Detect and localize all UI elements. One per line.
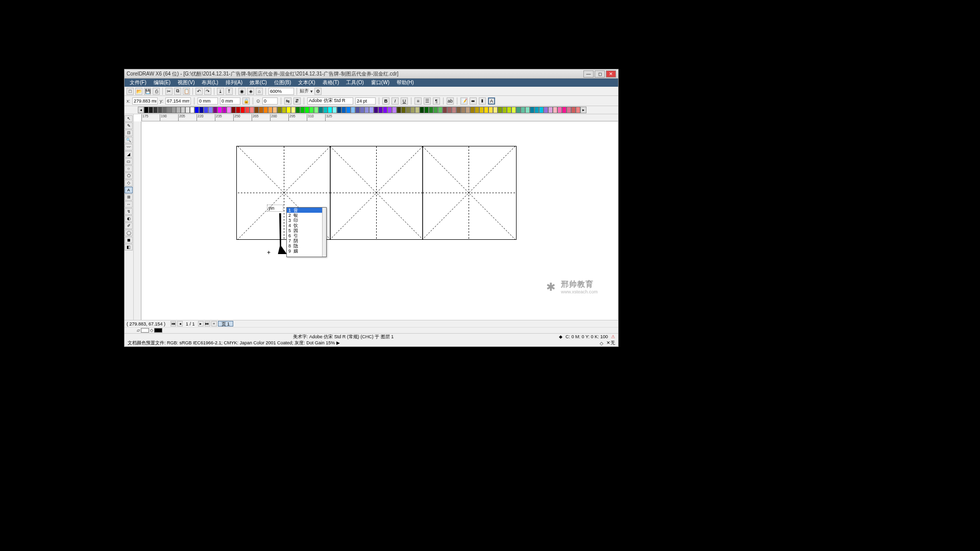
palette-scroll-left[interactable]: ◂ [138,107,144,113]
color-swatch[interactable] [222,107,227,113]
color-swatch[interactable] [383,107,387,113]
shape-tool[interactable]: ✎ [125,122,133,129]
color-swatch[interactable] [153,107,158,113]
ime-candidate[interactable]: 8隐 [287,243,326,248]
color-swatch[interactable] [240,107,245,113]
drawing-canvas[interactable]: yin 1音2银3印4饮5因6引7阴8隐9姻 + [141,121,612,313]
ime-candidate[interactable]: 3印 [287,218,326,223]
lock-ratio-icon[interactable]: 🔒 [242,97,250,105]
ime-candidate[interactable]: 6引 [287,233,326,238]
ime-candidate[interactable]: 5因 [287,228,326,233]
color-swatch[interactable] [351,107,355,113]
new-button[interactable]: □ [127,88,134,95]
color-swatch[interactable] [406,107,410,113]
color-swatch[interactable] [397,107,401,113]
last-page-button[interactable]: ⏭ [205,321,210,327]
ellipse-tool[interactable]: ○ [125,165,133,172]
color-swatch[interactable] [553,107,557,113]
color-swatch[interactable] [378,107,383,113]
palette-scroll-right[interactable]: ▸ [580,107,586,113]
dimension-tool[interactable]: ↔ [125,201,133,208]
menu-text[interactable]: 文本(X) [295,79,318,87]
color-swatch[interactable] [149,107,153,113]
import-button[interactable]: ⤓ [217,88,224,95]
color-swatch[interactable] [245,107,250,113]
text-direction-h-button[interactable]: ⬌ [470,97,477,105]
publish-button[interactable]: ◉ [238,88,246,95]
zoom-tool[interactable]: 🔍 [125,137,133,143]
color-swatch[interactable] [548,107,553,113]
color-swatch[interactable] [190,107,194,113]
interactive-fill-tool[interactable]: ◧ [125,244,133,251]
underline-button[interactable]: U [401,97,408,105]
page-tab-1[interactable]: 页 1 [218,321,234,327]
options-button[interactable]: ⚙ [314,88,322,95]
table-tool[interactable]: ⊞ [125,194,133,201]
color-swatch[interactable] [291,107,296,113]
color-swatch[interactable] [525,107,530,113]
color-swatch[interactable] [539,107,544,113]
color-swatch[interactable] [562,107,567,113]
bold-button[interactable]: B [382,97,389,105]
color-swatch[interactable] [236,107,240,113]
menu-layout[interactable]: 布局(L) [199,79,221,87]
menu-file[interactable]: 文件(F) [127,79,150,87]
color-swatch[interactable] [420,107,424,113]
color-swatch[interactable] [484,107,488,113]
save-button[interactable]: 💾 [144,88,151,95]
mirror-h-button[interactable]: ⇋ [284,97,291,105]
color-swatch[interactable] [305,107,309,113]
color-swatch[interactable] [502,107,507,113]
menu-help[interactable]: 帮助(H) [394,79,417,87]
fill-tool[interactable]: ◼ [125,237,133,243]
ime-candidate[interactable]: 9姻 [287,248,326,254]
text-panel-button[interactable]: A [488,97,495,105]
color-swatch[interactable] [309,107,314,113]
bullet-list-button[interactable]: ☰ [424,97,431,105]
mirror-v-button[interactable]: ⇵ [293,97,301,105]
rectangle-tool[interactable]: ▭ [125,158,133,165]
color-swatch[interactable] [259,107,263,113]
color-swatch[interactable] [410,107,415,113]
next-page-button[interactable]: ▸ [198,321,204,327]
color-swatch[interactable] [452,107,456,113]
export-button[interactable]: ⤒ [226,88,233,95]
color-swatch[interactable] [181,107,185,113]
color-swatch[interactable] [544,107,548,113]
color-swatch[interactable] [571,107,576,113]
color-swatch[interactable] [341,107,346,113]
connector-tool[interactable]: ↯ [125,208,133,215]
color-swatch[interactable] [461,107,465,113]
color-swatch[interactable] [318,107,323,113]
color-swatch[interactable] [369,107,374,113]
color-swatch[interactable] [516,107,521,113]
text-direction-v-button[interactable]: ⬍ [479,97,486,105]
fill-swatch[interactable] [141,328,149,333]
add-page-button[interactable]: + [211,321,217,327]
color-swatch[interactable] [456,107,461,113]
color-swatch[interactable] [557,107,562,113]
y-position-input[interactable] [165,97,191,105]
italic-button[interactable]: I [391,97,399,105]
color-swatch[interactable] [167,107,172,113]
color-swatch[interactable] [465,107,470,113]
color-swatch[interactable] [415,107,420,113]
color-swatch[interactable] [199,107,204,113]
color-swatch[interactable] [254,107,259,113]
height-input[interactable] [220,97,240,105]
ime-candidate-window[interactable]: 1音2银3印4饮5因6引7阴8隐9姻 [286,207,327,257]
color-swatch[interactable] [360,107,364,113]
color-swatch[interactable] [447,107,452,113]
color-swatch[interactable] [332,107,337,113]
drop-cap-button[interactable]: ¶ [433,97,440,105]
color-swatch[interactable] [227,107,231,113]
horizontal-ruler[interactable]: 175190205220235250265280295310325 [141,114,618,121]
color-swatch[interactable] [443,107,447,113]
eyedropper-tool[interactable]: ✐ [125,222,133,229]
color-swatch[interactable] [470,107,475,113]
color-swatch[interactable] [273,107,277,113]
color-swatch[interactable] [337,107,341,113]
color-swatch[interactable] [296,107,300,113]
color-swatch[interactable] [204,107,208,113]
menu-effects[interactable]: 效果(C) [247,79,270,87]
